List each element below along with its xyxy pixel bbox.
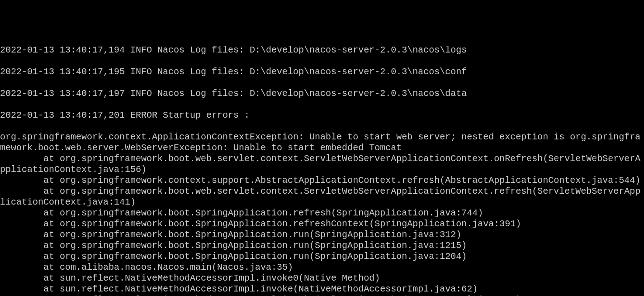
log-line: at com.alibaba.nacos.Nacos.main(Nacos.ja… bbox=[0, 262, 644, 273]
log-line: at org.springframework.boot.SpringApplic… bbox=[0, 240, 644, 251]
log-line: at org.springframework.boot.SpringApplic… bbox=[0, 251, 644, 262]
log-line: at sun.reflect.NativeMethodAccessorImpl.… bbox=[0, 273, 644, 284]
log-line: at org.springframework.boot.SpringApplic… bbox=[0, 208, 644, 219]
log-line: at sun.reflect.NativeMethodAccessorImpl.… bbox=[0, 284, 644, 295]
blank-line bbox=[0, 121, 644, 132]
log-line: at org.springframework.boot.SpringApplic… bbox=[0, 219, 644, 229]
log-line: at org.springframework.boot.web.servlet.… bbox=[0, 186, 644, 208]
log-line: org.springframework.context.ApplicationC… bbox=[0, 132, 644, 153]
log-line: 2022-01-13 13:40:17,201 ERROR Startup er… bbox=[0, 110, 644, 121]
blank-line bbox=[0, 99, 644, 110]
log-line: 2022-01-13 13:40:17,197 INFO Nacos Log f… bbox=[0, 88, 644, 99]
log-line: at org.springframework.boot.SpringApplic… bbox=[0, 229, 644, 240]
log-line: at org.springframework.context.support.A… bbox=[0, 175, 644, 186]
terminal-output: 2022-01-13 13:40:17,194 INFO Nacos Log f… bbox=[0, 45, 644, 296]
log-line: 2022-01-13 13:40:17,194 INFO Nacos Log f… bbox=[0, 45, 644, 56]
log-line: at org.springframework.boot.web.servlet.… bbox=[0, 153, 644, 175]
blank-line bbox=[0, 56, 644, 67]
blank-line bbox=[0, 77, 644, 88]
log-line: 2022-01-13 13:40:17,195 INFO Nacos Log f… bbox=[0, 67, 644, 77]
